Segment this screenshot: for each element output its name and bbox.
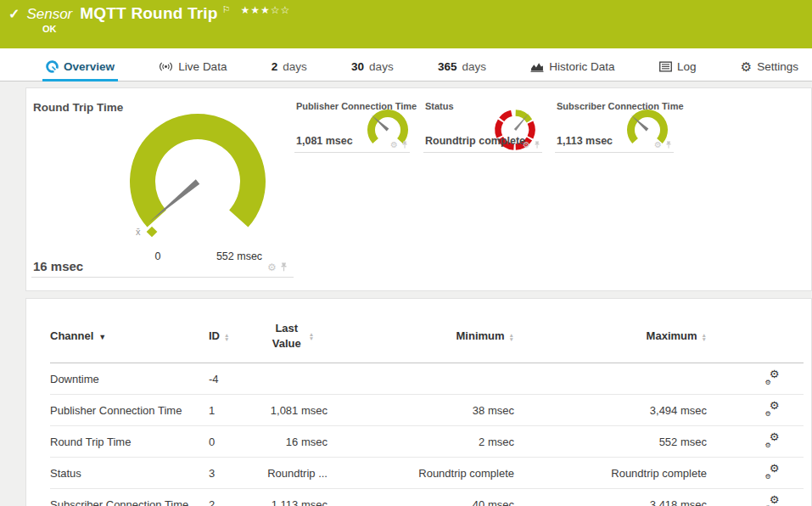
- channel-settings-icon[interactable]: ⚙ ⚙: [765, 497, 780, 506]
- tab-live-data-label: Live Data: [178, 60, 227, 73]
- channel-settings-icon[interactable]: ⚙ ⚙: [765, 371, 780, 384]
- column-header-last-value[interactable]: Last Value▲▼: [255, 306, 328, 363]
- gauge-pin-icon[interactable]: [665, 141, 672, 149]
- gauge-pin-icon[interactable]: [401, 141, 408, 149]
- tab-log[interactable]: Log: [656, 56, 700, 81]
- tab-historic-data-label: Historic Data: [549, 60, 614, 73]
- channel-maximum: Roundtrip complete: [514, 458, 707, 489]
- area-chart-icon: [530, 61, 544, 72]
- status-value: Roundtrip complete: [425, 135, 525, 147]
- sort-icon: ▲▼: [509, 333, 514, 341]
- channel-name: Subscriber Connection Time: [50, 489, 209, 506]
- channel-minimum: [328, 363, 514, 395]
- priority-stars[interactable]: ★★★☆☆: [241, 4, 291, 16]
- tab-live-data[interactable]: Live Data: [155, 56, 230, 81]
- gauges-panel: Round Trip Time x̄ 0 552 msec 16 msec ⚙ …: [25, 87, 812, 291]
- channel-id: 1: [209, 395, 255, 426]
- priority-flag-icon[interactable]: ⚐: [222, 4, 231, 15]
- tab-settings-label: Settings: [757, 60, 798, 73]
- tab-overview-label: Overview: [64, 60, 115, 73]
- gauge-pin-icon[interactable]: [534, 141, 540, 149]
- channel-settings-icon[interactable]: ⚙ ⚙: [765, 402, 780, 415]
- round-trip-value: 16 msec: [33, 259, 83, 273]
- status-gauge-title: Status: [425, 101, 454, 111]
- column-header-settings: [707, 306, 804, 363]
- divider: [31, 277, 294, 278]
- channel-last-value: 16 msec: [255, 426, 328, 458]
- log-list-icon: [659, 61, 672, 72]
- sensor-status-badge: OK: [42, 24, 57, 34]
- round-trip-gauge: x̄: [121, 110, 274, 245]
- channel-last-value: Roundtrip ...: [255, 458, 328, 489]
- status-gauge-block: Status Roundtrip complete ⚙: [423, 98, 542, 153]
- status-check-icon: ✓: [8, 6, 20, 22]
- channels-table: Channel▼ ID▲▼ Last Value▲▼ Minimum▲▼ Max…: [50, 306, 804, 506]
- gauge-gear-icon[interactable]: ⚙: [267, 261, 277, 273]
- sort-icon: ▲▼: [702, 333, 707, 341]
- table-row: Publisher Connection Time 1 1,081 msec 3…: [50, 395, 804, 426]
- sensor-type-label: Sensor: [26, 6, 72, 23]
- channel-last-value: 1,113 msec: [255, 489, 328, 506]
- tab-bar: Overview Live Data 2 days 30 days 365 da…: [0, 48, 812, 82]
- gauge-gear-icon[interactable]: ⚙: [523, 140, 530, 149]
- tab-settings[interactable]: ⚙ Settings: [737, 56, 802, 81]
- sensor-banner: ✓ Sensor MQTT Round Trip ⚐ ★★★☆☆ OK: [0, 0, 812, 48]
- gauge-pin-icon[interactable]: [280, 262, 288, 273]
- channel-maximum: 3,494 msec: [514, 395, 707, 426]
- channel-id: 2: [209, 489, 255, 506]
- channel-name: Downtime: [50, 363, 209, 395]
- column-header-channel[interactable]: Channel▼: [50, 306, 209, 363]
- divider: [555, 152, 674, 153]
- gauge-scale-max: 552 msec: [210, 250, 269, 262]
- channel-minimum: Roundtrip complete: [328, 458, 514, 489]
- mean-marker-diamond: [147, 227, 158, 238]
- tab-overview[interactable]: Overview: [42, 56, 118, 81]
- settings-gear-icon: ⚙: [741, 61, 752, 72]
- tab-365-days[interactable]: 365 days: [434, 56, 490, 81]
- table-row: Round Trip Time 0 16 msec 2 msec 552 mse…: [50, 426, 804, 458]
- channel-name: Publisher Connection Time: [50, 395, 209, 426]
- channels-panel: Channel▼ ID▲▼ Last Value▲▼ Minimum▲▼ Max…: [25, 298, 812, 506]
- sort-icon: ▲▼: [309, 332, 314, 340]
- sensor-title: MQTT Round Trip: [80, 4, 217, 23]
- sorted-desc-icon: ▼: [98, 333, 106, 341]
- table-row: Downtime -4 ⚙ ⚙: [50, 363, 804, 395]
- channel-maximum: 3,418 msec: [514, 489, 707, 506]
- gauge-gear-icon[interactable]: ⚙: [390, 140, 398, 149]
- channel-minimum: 40 msec: [328, 489, 514, 506]
- gauge-gear-icon[interactable]: ⚙: [654, 140, 662, 149]
- live-signal-icon: [159, 61, 173, 72]
- subscriber-gauge-block: Subscriber Connection Time 1,113 msec ⚙: [555, 98, 674, 153]
- channel-id: 0: [209, 426, 255, 458]
- channel-name: Round Trip Time: [50, 426, 209, 458]
- mean-marker-label: x̄: [136, 227, 141, 237]
- main-gauge-title: Round Trip Time: [33, 101, 123, 114]
- channel-settings-icon[interactable]: ⚙ ⚙: [765, 434, 780, 447]
- column-header-id[interactable]: ID▲▼: [209, 306, 255, 363]
- tab-log-label: Log: [677, 60, 697, 73]
- publisher-value: 1,081 msec: [296, 135, 353, 147]
- gauge-scale-min: 0: [147, 250, 169, 262]
- gauge-icon: [46, 60, 59, 73]
- tab-30-days[interactable]: 30 days: [348, 56, 397, 81]
- channel-id: -4: [209, 363, 255, 395]
- column-header-minimum[interactable]: Minimum▲▼: [328, 306, 514, 363]
- divider: [423, 152, 542, 153]
- tab-2-days[interactable]: 2 days: [268, 56, 311, 81]
- channel-settings-icon[interactable]: ⚙ ⚙: [765, 465, 780, 478]
- channel-minimum: 2 msec: [328, 426, 514, 458]
- divider: [294, 152, 410, 153]
- channel-minimum: 38 msec: [328, 395, 514, 426]
- channel-last-value: 1,081 msec: [255, 395, 328, 426]
- table-row: Subscriber Connection Time 2 1,113 msec …: [50, 489, 804, 506]
- table-row: Status 3 Roundtrip ... Roundtrip complet…: [50, 458, 804, 489]
- column-header-maximum[interactable]: Maximum▲▼: [514, 306, 707, 363]
- publisher-gauge-block: Publisher Connection Time 1,081 msec ⚙: [294, 98, 410, 153]
- channel-id: 3: [209, 458, 255, 489]
- channel-name: Status: [50, 458, 209, 489]
- channel-maximum: [514, 363, 707, 395]
- subscriber-value: 1,113 msec: [557, 135, 613, 147]
- tab-historic-data[interactable]: Historic Data: [527, 56, 618, 81]
- sort-icon: ▲▼: [224, 333, 229, 341]
- channel-maximum: 552 msec: [514, 426, 707, 458]
